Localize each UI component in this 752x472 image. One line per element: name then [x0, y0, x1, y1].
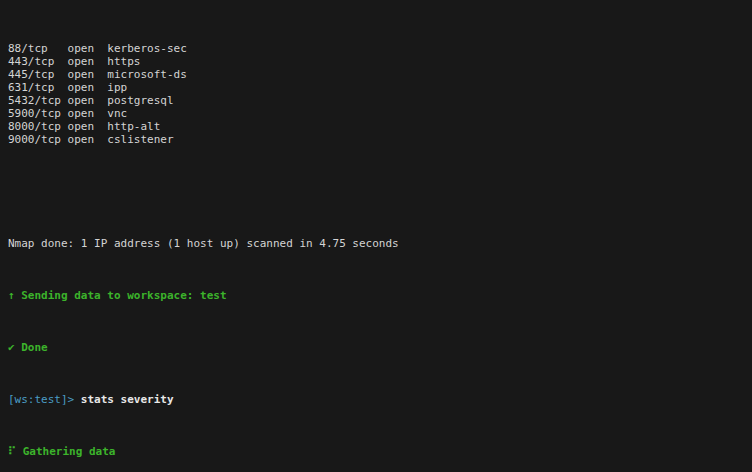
port-state: open [68, 120, 108, 133]
done-line: ✔ Done [8, 341, 744, 354]
gathering-data-text: Gathering data [16, 445, 115, 458]
port-service: ipp [107, 81, 127, 94]
port-number: 5900/tcp [8, 107, 68, 120]
nmap-done-line: Nmap done: 1 IP address (1 host up) scan… [8, 237, 744, 250]
port-state: open [68, 133, 108, 146]
port-state: open [68, 94, 108, 107]
port-number: 631/tcp [8, 81, 68, 94]
typed-command: stats severity [74, 393, 173, 406]
nmap-port-list: 88/tcpopenkerberos-sec443/tcpopenhttps44… [8, 42, 744, 146]
gathering-data-line: ⠏ Gathering data [8, 445, 744, 458]
sending-data-text: Sending data to workspace: test [15, 289, 227, 302]
sending-data-line: ↑ Sending data to workspace: test [8, 289, 744, 302]
command-line: [ws:test]> stats severity [8, 393, 744, 406]
port-number: 445/tcp [8, 68, 68, 81]
spinner-icon: ⠏ [8, 445, 16, 458]
port-line: 631/tcpopenipp [8, 81, 744, 94]
port-state: open [68, 81, 108, 94]
port-line: 445/tcpopenmicrosoft-ds [8, 68, 744, 81]
check-icon: ✔ [8, 341, 15, 354]
port-service: kerberos-sec [107, 42, 186, 55]
port-line: 443/tcpopenhttps [8, 55, 744, 68]
port-service: cslistener [107, 133, 173, 146]
port-state: open [68, 55, 108, 68]
port-state: open [68, 107, 108, 120]
port-line: 8000/tcpopenhttp-alt [8, 120, 744, 133]
port-service: http-alt [107, 120, 160, 133]
port-number: 88/tcp [8, 42, 68, 55]
done-text: Done [15, 341, 48, 354]
port-number: 443/tcp [8, 55, 68, 68]
port-number: 8000/tcp [8, 120, 68, 133]
workspace-prompt: [ws:test]> [8, 393, 74, 406]
port-line: 5900/tcpopenvnc [8, 107, 744, 120]
nmap-done-text: Nmap done: 1 IP address (1 host up) scan… [8, 237, 399, 250]
upload-arrow-icon: ↑ [8, 289, 15, 302]
port-service: vnc [107, 107, 127, 120]
port-service: postgresql [107, 94, 173, 107]
port-line: 5432/tcpopenpostgresql [8, 94, 744, 107]
port-service: https [107, 55, 140, 68]
port-state: open [68, 68, 108, 81]
port-line: 88/tcpopenkerberos-sec [8, 42, 744, 55]
port-state: open [68, 42, 108, 55]
port-number: 5432/tcp [8, 94, 68, 107]
port-number: 9000/tcp [8, 133, 68, 146]
terminal-screen[interactable]: 88/tcpopenkerberos-sec443/tcpopenhttps44… [0, 0, 752, 472]
port-line: 9000/tcpopencslistener [8, 133, 744, 146]
port-service: microsoft-ds [107, 68, 186, 81]
